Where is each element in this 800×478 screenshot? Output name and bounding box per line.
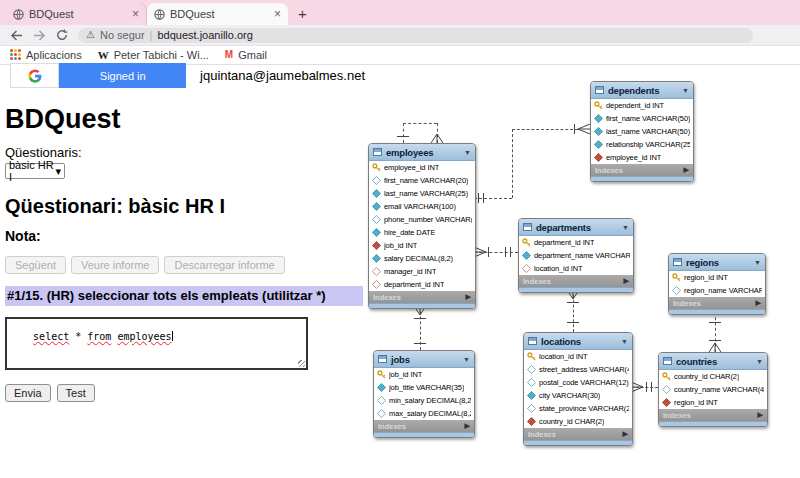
db-column-row: country_name VARCHAR(40) bbox=[659, 383, 767, 396]
submit-button[interactable]: Envia bbox=[5, 384, 51, 402]
browser-toolbar: ⚠ No segur | bdquest.joanillo.org bbox=[0, 25, 800, 46]
db-column-text: postal_code VARCHAR(12) bbox=[539, 378, 629, 387]
db-column-row: employee_id INT bbox=[591, 151, 693, 164]
db-table-name: employees bbox=[386, 147, 460, 158]
fk-nullable-icon bbox=[372, 267, 381, 276]
db-table-header: departments▼ bbox=[519, 219, 633, 236]
sql-input[interactable]: select * from employees bbox=[5, 317, 308, 370]
back-button[interactable] bbox=[10, 30, 23, 41]
browser-tab-2[interactable]: BDQuest × bbox=[147, 3, 288, 25]
column-notnull-icon bbox=[522, 251, 531, 260]
db-column-text: location_id INT bbox=[539, 352, 588, 361]
test-button[interactable]: Test bbox=[57, 384, 95, 402]
indexes-label: Indexes bbox=[673, 299, 701, 308]
crowfoot-icon bbox=[474, 247, 486, 257]
expand-arrow-icon: ▶ bbox=[684, 166, 689, 174]
db-column-row: job_id INT bbox=[374, 368, 474, 381]
column-notnull-icon bbox=[372, 254, 381, 263]
connector-employees-self bbox=[403, 123, 404, 143]
address-bar[interactable]: ⚠ No segur | bdquest.joanillo.org bbox=[78, 28, 753, 43]
db-column-row: postal_code VARCHAR(12) bbox=[524, 376, 632, 389]
db-table-bottom-strip bbox=[524, 440, 632, 445]
bookmark-label: Gmail bbox=[238, 49, 267, 61]
crowfoot-icon bbox=[414, 306, 426, 315]
key-icon bbox=[662, 372, 671, 381]
bookmark-label: Peter Tabichi - Wi... bbox=[114, 49, 209, 61]
column-nullable-icon bbox=[372, 215, 381, 224]
reload-button[interactable] bbox=[56, 29, 68, 41]
table-icon bbox=[663, 357, 672, 365]
one-mark bbox=[414, 343, 426, 344]
close-icon[interactable]: × bbox=[132, 9, 139, 19]
db-table-header: dependents▼ bbox=[591, 82, 693, 99]
db-table-bottom-strip bbox=[659, 421, 767, 426]
google-signin-widget[interactable]: Signed in jquintana@jaumebalmes.net bbox=[10, 63, 365, 88]
db-column-row: department_id INT bbox=[369, 278, 475, 291]
bookmark-wikipedia[interactable]: W Peter Tabichi - Wi... bbox=[98, 49, 209, 61]
main-content: Signed in jquintana@jaumebalmes.net BDQu… bbox=[5, 63, 365, 402]
globe-favicon-icon bbox=[13, 9, 24, 20]
indexes-label: Indexes bbox=[528, 430, 556, 439]
globe-favicon-icon bbox=[154, 9, 165, 20]
db-table-header: locations▼ bbox=[524, 333, 632, 350]
crowfoot-icon bbox=[631, 382, 643, 392]
not-secure-warning-icon[interactable]: ⚠ bbox=[86, 30, 95, 40]
db-column-row: region_name VARCHAR(25) bbox=[669, 284, 765, 297]
column-nullable-icon bbox=[672, 286, 681, 295]
db-column-row: relationship VARCHAR(25) bbox=[591, 138, 693, 151]
new-tab-button[interactable]: + bbox=[298, 5, 307, 25]
db-column-row: salary DECIMAL(8,2) bbox=[369, 252, 475, 265]
next-button[interactable]: Següent bbox=[5, 256, 66, 274]
address-url: bdquest.joanillo.org bbox=[157, 29, 252, 41]
crowfoot-icon bbox=[578, 124, 590, 134]
db-table-locations: locations▼location_id INTstreet_address … bbox=[523, 332, 633, 446]
one-mark bbox=[567, 302, 579, 303]
connector-employees-self bbox=[437, 123, 438, 143]
expand-arrow-icon: ▶ bbox=[756, 299, 761, 307]
one-mark bbox=[414, 318, 426, 319]
fk-notnull-icon bbox=[662, 398, 671, 407]
table-icon bbox=[673, 258, 682, 266]
connector-employees-dependents bbox=[512, 129, 513, 198]
db-column-text: city VARCHAR(30) bbox=[539, 391, 600, 400]
db-table-body: department_id INTdepartment_name VARCHAR… bbox=[519, 236, 633, 275]
collapse-arrow-icon: ▼ bbox=[463, 356, 470, 363]
view-report-button[interactable]: Veure informe bbox=[71, 256, 159, 274]
questionnaire-heading: Qüestionari: bàsic HR I bbox=[5, 195, 365, 218]
db-table-header: jobs▼ bbox=[374, 351, 474, 368]
forward-button[interactable] bbox=[33, 30, 46, 41]
db-column-row: job_title VARCHAR(35) bbox=[374, 381, 474, 394]
connector-locations-countries bbox=[631, 387, 658, 388]
db-column-text: department_id INT bbox=[384, 280, 444, 289]
column-nullable-icon bbox=[377, 409, 386, 418]
one-mark bbox=[574, 124, 575, 134]
indexes-label: Indexes bbox=[595, 166, 623, 175]
browser-tab-1[interactable]: BDQuest × bbox=[6, 3, 147, 25]
collapse-arrow-icon: ▼ bbox=[754, 259, 761, 266]
db-column-row: state_province VARCHAR(25) bbox=[524, 402, 632, 415]
questionnaire-select[interactable]: bàsic HR I ▾ bbox=[5, 163, 65, 179]
close-icon[interactable]: × bbox=[274, 9, 281, 19]
one-mark bbox=[510, 247, 511, 257]
collapse-arrow-icon: ▼ bbox=[756, 358, 763, 365]
crowfoot-icon bbox=[431, 134, 443, 143]
table-icon bbox=[373, 148, 382, 156]
signed-in-button[interactable]: Signed in bbox=[59, 63, 186, 88]
db-indexes-footer: Indexes▶ bbox=[669, 297, 765, 309]
question-text: #1/15. (HR) seleccionar tots els empleat… bbox=[5, 286, 363, 306]
bookmark-gmail[interactable]: M Gmail bbox=[225, 49, 267, 61]
expand-arrow-icon: ▶ bbox=[466, 293, 471, 301]
address-separator: | bbox=[150, 29, 153, 41]
google-g-icon bbox=[10, 63, 59, 88]
db-column-row: min_salary DECIMAL(8,2) bbox=[374, 394, 474, 407]
bookmark-apps[interactable]: Aplicacions bbox=[10, 49, 82, 61]
connector-employees-dependents bbox=[474, 198, 512, 199]
download-report-button[interactable]: Descarregar informe bbox=[164, 256, 284, 274]
resize-handle-icon[interactable] bbox=[298, 360, 305, 367]
db-table-body: dependent_id INTfirst_name VARCHAR(50)la… bbox=[591, 99, 693, 164]
db-column-row: first_name VARCHAR(20) bbox=[369, 174, 475, 187]
db-column-row: hire_date DATE bbox=[369, 226, 475, 239]
db-table-name: countries bbox=[676, 356, 752, 367]
db-table-header: employees▼ bbox=[369, 144, 475, 161]
db-indexes-footer: Indexes▶ bbox=[524, 428, 632, 440]
